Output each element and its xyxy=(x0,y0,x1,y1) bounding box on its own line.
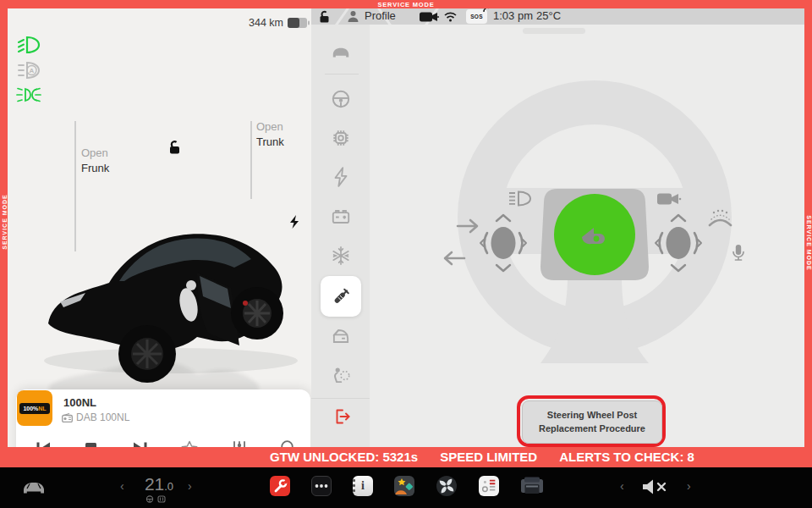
service-mode-label-left: SERVICE MODE xyxy=(2,194,8,250)
app-manual-icon[interactable]: i xyxy=(353,476,373,496)
service-mode-label-top: SERVICE MODE xyxy=(378,1,435,8)
dashcam-icon[interactable] xyxy=(420,12,439,22)
scroll-left-arrow-icon xyxy=(445,252,464,264)
auto-high-beam-icon: A xyxy=(17,61,41,80)
sidebar-item-vehicle[interactable] xyxy=(330,41,352,63)
range-value: 344 km xyxy=(249,17,283,29)
service-alert-texts: GTW UNLOCKED: 5321s SPEED LIMITED ALERTS… xyxy=(270,450,694,464)
sidebar-item-suspension[interactable] xyxy=(331,286,351,306)
frunk-target-label: Frunk xyxy=(81,161,109,176)
cabin-temp-control[interactable]: 21.0 xyxy=(134,474,184,494)
vehicle-panel: 344 km A xyxy=(8,8,311,447)
media-player-card xyxy=(16,389,310,456)
sidebar-item-closures[interactable] xyxy=(330,325,352,347)
taskbar-car-button[interactable] xyxy=(20,478,47,497)
media-album-art[interactable]: 100%NL xyxy=(17,390,52,426)
trunk-action-label: Open xyxy=(256,119,284,135)
app-toybox-icon[interactable] xyxy=(394,476,414,496)
steering-wheel-diagram xyxy=(370,25,804,447)
cabin-temp-value: 21 xyxy=(145,474,164,494)
temp-increase-chevron[interactable]: › xyxy=(188,480,192,492)
microphone-icon xyxy=(733,245,743,260)
outside-temperature[interactable]: 25°C xyxy=(536,9,561,22)
media-source-row: DAB 100NL xyxy=(62,411,129,423)
profile-button[interactable]: Profile xyxy=(365,9,396,22)
media-source: DAB 100NL xyxy=(76,411,129,423)
wifi-icon[interactable] xyxy=(443,11,458,22)
procedure-button-line2: Replacement Procedure xyxy=(539,422,645,435)
gtw-unlocked-status: GTW UNLOCKED: 5321s xyxy=(270,450,418,464)
low-beam-icon xyxy=(17,36,41,54)
sidebar-item-airbag[interactable] xyxy=(330,364,352,386)
sos-label: SOS xyxy=(470,14,483,19)
volume-up-chevron[interactable]: › xyxy=(687,480,691,492)
procedure-button-line1: Steering Wheel Post xyxy=(547,409,637,422)
vehicle-3d-view[interactable] xyxy=(31,178,310,389)
sidebar-item-battery-12v[interactable] xyxy=(330,206,352,228)
parking-lights-icon xyxy=(14,87,43,102)
trunk-target-label: Trunk xyxy=(256,135,284,150)
svg-text:A: A xyxy=(30,67,35,75)
open-frunk-button[interactable]: Open Frunk xyxy=(81,146,109,176)
sidebar-item-steering-wheel[interactable] xyxy=(330,88,352,110)
unlocked-icon xyxy=(167,140,182,155)
sidebar-divider xyxy=(311,398,370,399)
app-commissioning-icon[interactable] xyxy=(479,476,499,496)
cabin-temp-decimal: .0 xyxy=(164,480,173,493)
app-printer-icon[interactable] xyxy=(519,476,545,496)
sidebar-item-thermal[interactable] xyxy=(330,245,352,267)
steering-heater-indicator-icon xyxy=(145,495,154,503)
service-mode-label-right: SERVICE MODE xyxy=(806,215,812,271)
alerts-to-check-status[interactable]: ALERTS TO CHECK: 8 xyxy=(559,450,694,464)
lock-unlocked-icon[interactable] xyxy=(318,10,332,24)
app-more-icon[interactable] xyxy=(311,476,332,496)
sidebar-item-logout[interactable] xyxy=(332,406,352,427)
speed-limited-status: SPEED LIMITED xyxy=(440,450,537,464)
station-logo: 100%NL xyxy=(19,403,49,414)
app-fan-icon[interactable] xyxy=(436,476,457,496)
clock: 1:03 pm xyxy=(493,9,533,22)
battery-icon xyxy=(288,18,310,28)
frunk-callout-line xyxy=(74,121,76,251)
sidebar-item-electronics[interactable] xyxy=(330,127,352,149)
steering-wheel-post-replacement-button[interactable]: Steering Wheel Post Replacement Procedur… xyxy=(522,400,662,444)
profile-avatar-icon[interactable] xyxy=(347,10,359,23)
frunk-action-label: Open xyxy=(81,146,109,161)
volume-down-chevron[interactable]: ‹ xyxy=(620,480,624,492)
battery-range: 344 km xyxy=(249,17,310,29)
defrost-indicator-icon xyxy=(157,495,166,503)
radio-icon xyxy=(62,413,73,422)
trunk-callout-line xyxy=(250,121,252,199)
action-highlight-ring: Steering Wheel Post Replacement Procedur… xyxy=(517,395,666,447)
temp-decrease-chevron[interactable]: ‹ xyxy=(120,480,124,492)
sos-button[interactable]: SOS xyxy=(466,9,487,24)
charge-port-icon[interactable] xyxy=(288,214,300,229)
app-service-icon[interactable] xyxy=(270,476,290,496)
camera-stalk-icon xyxy=(657,194,681,205)
open-trunk-button[interactable]: Open Trunk xyxy=(256,119,284,150)
sidebar-divider xyxy=(325,74,359,75)
sidebar-item-high-voltage[interactable] xyxy=(332,166,350,188)
tesla-service-mode-screen: 344 km A xyxy=(0,0,812,508)
media-title: 100NL xyxy=(63,396,96,409)
volume-muted-icon[interactable] xyxy=(641,478,670,495)
